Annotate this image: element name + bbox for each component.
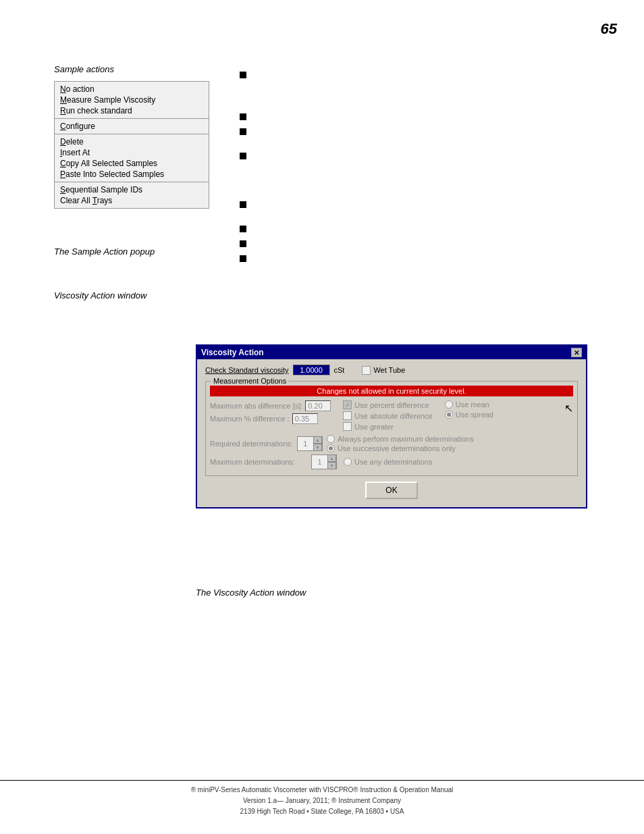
use-successive-radio[interactable] — [327, 444, 335, 452]
bullets-column — [240, 68, 246, 266]
required-det-down-btn[interactable]: ▼ — [313, 444, 322, 451]
popup-item-sequential[interactable]: Sequential Sample IDs — [59, 184, 205, 195]
always-max-row: Always perform maximum determinations — [327, 435, 474, 443]
options-middle: ✓ Use percent difference Use absolute di… — [343, 400, 432, 431]
use-absolute-row: Use absolute difference — [343, 411, 432, 420]
max-pct-diff-label: Maximum % difference : — [210, 415, 290, 423]
max-abs-diff-row: Maximum abs difference [s]: 0.20 — [210, 400, 331, 411]
popup-item-measure-viscosity[interactable]: Measure Sample Viscosity — [59, 95, 205, 105]
ok-button[interactable]: OK — [365, 481, 417, 499]
use-mean-radio[interactable] — [445, 400, 453, 409]
footer: ® miniPV-Series Automatic Viscometer wit… — [0, 780, 644, 817]
viscosity-action-label-top: Viscosity Action window — [54, 290, 146, 301]
max-abs-diff-input[interactable]: 0.20 — [305, 400, 331, 411]
footer-line-1: ® miniPV-Series Automatic Viscometer wit… — [0, 785, 644, 796]
use-any-label: Use any determinations — [354, 458, 433, 466]
options-left: Maximum abs difference [s]: 0.20 Maximum… — [210, 400, 331, 431]
viscosity-action-dialog: Viscosity Action ✕ Check Standard viscos… — [196, 344, 587, 509]
popup-item-clear-all-trays[interactable]: Clear All Trays — [59, 195, 205, 206]
check-standard-row: Check Standard viscosity 1.0000 cSt Wet … — [205, 365, 578, 375]
popup-item-run-check[interactable]: Run check standard — [59, 105, 205, 116]
max-det-value: 1 — [312, 458, 327, 466]
bullet-5 — [240, 201, 246, 208]
use-spread-label: Use spread — [456, 411, 493, 419]
bullet-3 — [240, 128, 246, 135]
viscosity-action-caption: The Viscosity Action window — [196, 588, 306, 598]
use-absolute-checkbox[interactable] — [343, 411, 352, 420]
max-det-up-btn[interactable]: ▲ — [327, 454, 336, 462]
required-det-up-btn[interactable]: ▲ — [313, 436, 322, 444]
max-det-label: Maximum determinations: — [210, 458, 295, 466]
check-standard-label: Check Standard viscosity — [205, 366, 289, 374]
use-any-radio[interactable] — [344, 458, 352, 466]
bullet-4 — [240, 153, 246, 159]
use-spread-row: Use spread — [445, 411, 493, 419]
use-greater-label: Use greater — [354, 423, 393, 431]
use-successive-row: Use successive determinations only — [327, 444, 474, 452]
use-successive-label: Use successive determinations only — [338, 444, 456, 452]
use-any-row: Use any determinations — [344, 458, 433, 466]
sample-actions-label: Sample actions — [54, 64, 114, 74]
options-right: Use mean Use spread — [445, 400, 493, 431]
always-max-label: Always perform maximum determinations — [338, 435, 474, 443]
use-greater-checkbox[interactable] — [343, 422, 352, 431]
max-det-row: Maximum determinations: 1 ▲ ▼ Use any de… — [210, 454, 573, 469]
bullet-8 — [240, 255, 246, 262]
max-det-down-btn[interactable]: ▼ — [327, 462, 336, 469]
use-greater-row: Use greater — [343, 422, 432, 431]
dialog-close-button[interactable]: ✕ — [571, 348, 582, 357]
required-det-options: Always perform maximum determinations Us… — [327, 435, 474, 452]
popup-item-copy-all[interactable]: Copy All Selected Samples — [59, 158, 205, 169]
bullet-7 — [240, 240, 246, 247]
popup-item-configure[interactable]: Configure — [59, 121, 205, 132]
popup-section-2: Configure — [55, 119, 209, 134]
check-standard-input[interactable]: 1.0000 — [293, 365, 330, 375]
popup-item-delete[interactable]: Delete — [59, 136, 205, 147]
security-warning: Changes not allowed in current security … — [210, 386, 573, 396]
required-det-spinner-btns: ▲ ▼ — [313, 436, 322, 451]
measurement-options-group: Measurement Options Changes not allowed … — [205, 381, 578, 476]
footer-line-2: Version 1.a— January, 2011; ® Instrument… — [0, 796, 644, 806]
cst-unit-label: cSt — [334, 366, 345, 374]
determinations-section: Required determinations: 1 ▲ ▼ Always pe… — [210, 435, 573, 469]
bullet-2 — [240, 113, 246, 120]
wet-tube-checkbox[interactable] — [362, 366, 371, 375]
use-mean-row: Use mean — [445, 400, 493, 409]
popup-section-4: Sequential Sample IDs Clear All Trays — [55, 182, 209, 208]
popup-item-paste-into[interactable]: Paste Into Selected Samples — [59, 169, 205, 180]
measurement-options-legend: Measurement Options — [211, 377, 288, 385]
max-det-spinner[interactable]: 1 ▲ ▼ — [311, 454, 337, 469]
wet-tube-label: Wet Tube — [373, 366, 405, 374]
use-spread-radio[interactable] — [445, 411, 453, 419]
use-absolute-label: Use absolute difference — [354, 412, 432, 420]
options-grid: Maximum abs difference [s]: 0.20 Maximum… — [210, 400, 573, 431]
popup-section-1: No action Measure Sample Viscosity Run c… — [55, 82, 209, 119]
wet-tube-row: Wet Tube — [362, 366, 405, 375]
required-det-label: Required determinations: — [210, 440, 293, 448]
use-percent-label: Use percent difference — [354, 401, 429, 409]
max-abs-diff-label: Maximum abs difference [s]: — [210, 402, 302, 410]
popup-item-insert-at[interactable]: Insert At — [59, 147, 205, 158]
dialog-titlebar: Viscosity Action ✕ — [197, 346, 586, 359]
max-pct-diff-row: Maximum % difference : 0.35 — [210, 413, 331, 424]
popup-section-3: Delete Insert At Copy All Selected Sampl… — [55, 134, 209, 182]
sample-action-popup-menu: No action Measure Sample Viscosity Run c… — [54, 81, 209, 209]
popup-item-no-action[interactable]: No action — [59, 84, 205, 95]
dialog-title: Viscosity Action — [201, 348, 264, 357]
use-percent-checkbox[interactable]: ✓ — [343, 400, 352, 409]
use-percent-row: ✓ Use percent difference — [343, 400, 432, 409]
max-det-options: Use any determinations — [344, 458, 433, 466]
page-number: 65 — [601, 20, 617, 38]
ok-btn-row: OK — [205, 481, 578, 499]
use-mean-label: Use mean — [456, 400, 489, 409]
required-det-spinner[interactable]: 1 ▲ ▼ — [297, 436, 323, 451]
always-max-radio[interactable] — [327, 435, 335, 443]
required-det-row: Required determinations: 1 ▲ ▼ Always pe… — [210, 435, 573, 452]
max-det-spinner-btns: ▲ ▼ — [327, 454, 336, 469]
required-det-value: 1 — [298, 440, 313, 448]
dialog-body: Check Standard viscosity 1.0000 cSt Wet … — [197, 359, 586, 507]
max-pct-diff-input[interactable]: 0.35 — [292, 413, 318, 424]
footer-line-3: 2139 High Tech Road • State College, PA … — [0, 806, 644, 817]
bullet-1 — [240, 72, 246, 78]
bullet-6 — [240, 226, 246, 232]
